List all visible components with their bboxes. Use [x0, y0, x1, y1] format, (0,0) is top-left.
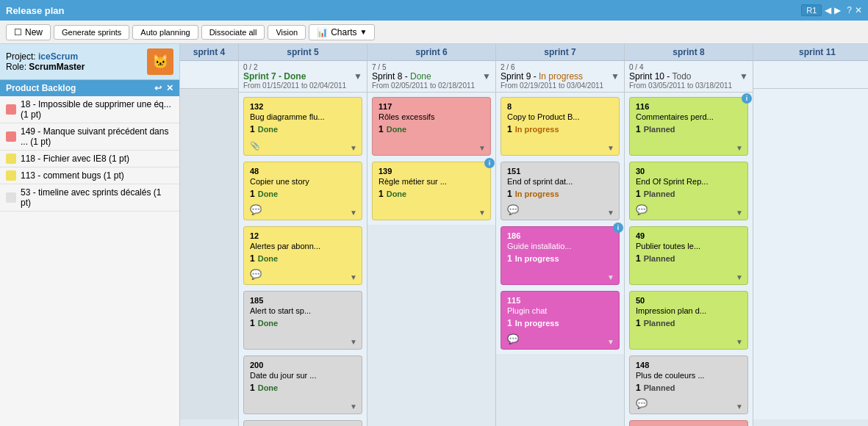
role-label: Role: ScrumMaster — [6, 62, 85, 72]
sprint-8-subheader: 0 / 4 Sprint 10 - Todo From 03/05/2011 t… — [625, 61, 753, 93]
backlog-item[interactable]: 113 - comment bugs (1 pt) — [0, 167, 179, 184]
backlog-header-icons: ↩ ✕ — [154, 83, 173, 93]
story-card-200[interactable]: 200 Date du jour sur ... 1 Done ▼ — [243, 355, 362, 414]
card-chevron[interactable]: ▼ — [478, 144, 486, 152]
card-chevron[interactable]: ▼ — [350, 273, 357, 281]
sprint-5-chevron[interactable]: ▼ — [354, 71, 362, 82]
sprint-5-header: sprint 5 — [239, 44, 367, 61]
sprint-6-subheader: 7 / 5 Sprint 8 - Done From 02/05/2011 to… — [367, 61, 495, 93]
nav-prev-icon[interactable]: ◀ — [825, 5, 831, 15]
backlog-item[interactable]: 118 - Fichier avec IE8 (1 pt) — [0, 151, 179, 167]
backlog-close-icon[interactable]: ✕ — [166, 83, 173, 93]
backlog-item[interactable]: 18 - Impossible de supprimer une éq... (… — [0, 96, 179, 123]
charts-button[interactable]: 📊 Charts ▼ — [309, 24, 375, 40]
help-icon[interactable]: ? — [847, 5, 852, 15]
chart-icon: 📊 — [317, 27, 328, 37]
story-card-132[interactable]: 132 Bug diagramme flu... 1 Done 📎 ▼ — [243, 97, 362, 156]
sprint-7-header: sprint 7 — [496, 44, 624, 61]
sprint-5-name: Sprint 7 - Done — [243, 71, 346, 82]
card-chevron[interactable]: ▼ — [607, 338, 614, 346]
card-chevron[interactable]: ▼ — [736, 338, 743, 346]
sprint-5-content: 132 Bug diagramme flu... 1 Done 📎 ▼ 48 C… — [239, 93, 367, 426]
generate-sprints-button[interactable]: Generate sprints — [54, 25, 129, 40]
sprint-4-subheader — [180, 61, 238, 89]
sprint-5-dates: From 01/15/2011 to 02/04/2011 — [243, 82, 346, 90]
sprint-6-content: 117 Rôles excessifs 1 Done ▼ i 139 Règle… — [367, 93, 495, 225]
project-label: Project: iceScrum — [6, 51, 85, 62]
card-chevron[interactable]: ▼ — [350, 209, 357, 217]
new-button[interactable]: ☐ New — [6, 24, 51, 40]
card-chevron[interactable]: ▼ — [350, 338, 357, 346]
toolbar: ☐ New Generate sprints Auto planning Dis… — [0, 21, 868, 44]
sprint-11-subheader — [753, 61, 868, 89]
sprint-8-chevron[interactable]: ▼ — [739, 71, 748, 82]
sprint-col-8: sprint 8 0 / 4 Sprint 10 - Todo From 03/… — [625, 44, 753, 426]
story-card-148[interactable]: 148 Plus de couleurs ... 1 Planned 💬 ▼ — [629, 355, 748, 414]
sprint-6-chevron[interactable]: ▼ — [482, 71, 491, 82]
story-card-48[interactable]: 48 Copier une story 1 Done 💬 ▼ — [243, 162, 362, 220]
top-bar-right: R1 ◀ ▶ ? ✕ — [801, 4, 862, 16]
avatar: 🐱 — [147, 48, 173, 75]
story-card-8[interactable]: 8 Copy to Product B... 1 In progress ▼ — [501, 97, 620, 156]
story-card-185[interactable]: 185 Alert to start sp... 1 Done ▼ — [243, 291, 362, 350]
card-chevron[interactable]: ▼ — [607, 144, 614, 152]
sprint-7-name: Sprint 9 - In progress — [501, 71, 603, 82]
story-card-115[interactable]: 115 Plugin chat 1 In progress 💬 ▼ — [501, 291, 620, 350]
sprint-col-4: sprint 4 — [180, 44, 239, 426]
card-chevron[interactable]: ▼ — [736, 402, 743, 411]
sprint-11-header: sprint 11 — [753, 44, 868, 61]
new-icon: ☐ — [14, 27, 22, 37]
sprint-col-11: sprint 11 — [753, 44, 868, 426]
story-card-186[interactable]: i 186 Guide installatio... 1 In progress… — [501, 226, 620, 285]
backlog-item[interactable]: 53 - timeline avec sprints décalés (1 pt… — [0, 184, 179, 212]
nav-next-icon[interactable]: ▶ — [834, 5, 841, 15]
sprint-6-dates: From 02/05/2011 to 02/18/2011 — [372, 82, 475, 90]
story-card-49[interactable]: 49 Publier toutes le... 1 Planned ▼ — [629, 226, 748, 285]
color-indicator — [6, 154, 16, 164]
comment-icon: 💬 — [250, 269, 262, 280]
story-card-116[interactable]: i 116 Commentaires perd... 1 Planned ▼ — [629, 97, 748, 156]
project-name: iceScrum — [38, 51, 78, 62]
backlog-item[interactable]: 149 - Manque suivant précédent dans ... … — [0, 123, 179, 151]
dissociate-all-button[interactable]: Dissociate all — [201, 25, 265, 40]
sprint-4-header: sprint 4 — [180, 44, 238, 61]
card-chevron[interactable]: ▼ — [607, 273, 614, 281]
top-bar: Release plan R1 ◀ ▶ ? ✕ — [0, 0, 868, 21]
attach-icon: 📎 — [250, 141, 260, 151]
story-card-50[interactable]: 50 Impression plan d... 1 Planned ▼ — [629, 291, 748, 350]
sprint-6-name: Sprint 8 - Done — [372, 71, 475, 82]
card-chevron[interactable]: ▼ — [736, 209, 743, 217]
close-icon[interactable]: ✕ — [855, 5, 862, 15]
backlog-list: 18 - Impossible de supprimer une éq... (… — [0, 96, 179, 212]
story-card-139[interactable]: i 139 Règle métier sur ... 1 Done ▼ — [372, 162, 491, 220]
sprint-area: sprint 4 sprint 5 0 / 2 Sprint 7 - Done … — [180, 44, 868, 426]
story-card-30[interactable]: 30 End Of Sprint Rep... 1 Planned 💬 ▼ — [629, 162, 748, 220]
sprint-col-7: sprint 7 2 / 6 Sprint 9 - In progress Fr… — [496, 44, 625, 426]
card-chevron[interactable]: ▼ — [350, 402, 357, 411]
sprint-7-content: 8 Copy to Product B... 1 In progress ▼ 1… — [496, 93, 624, 354]
card-chevron[interactable]: ▼ — [607, 209, 614, 217]
color-indicator — [6, 104, 16, 115]
card-chevron[interactable]: ▼ — [736, 273, 743, 281]
backlog-arrow-icon[interactable]: ↩ — [154, 83, 162, 93]
story-card-117[interactable]: 117 Rôles excessifs 1 Done ▼ — [372, 97, 491, 156]
story-card-151[interactable]: 151 End of sprint dat... 1 In progress 💬… — [501, 162, 620, 220]
project-info: Project: iceScrum Role: ScrumMaster 🐱 — [0, 44, 179, 80]
color-indicator — [6, 192, 16, 203]
sprint-7-chevron[interactable]: ▼ — [611, 71, 620, 82]
sidebar: Project: iceScrum Role: ScrumMaster 🐱 Pr… — [0, 44, 180, 426]
story-card-138[interactable]: 138 Simplifié le chan... ▼ — [629, 420, 748, 426]
vision-button[interactable]: Vision — [268, 25, 306, 40]
card-chevron[interactable]: ▼ — [736, 144, 743, 152]
story-card-52[interactable]: 52 timeline pas cent... ▼ — [243, 420, 362, 426]
sprint-6-header: sprint 6 — [367, 44, 495, 61]
comment-icon: 💬 — [250, 204, 262, 215]
comment-icon: 💬 — [636, 398, 648, 409]
story-card-12[interactable]: 12 Alertes par abonn... 1 Done 💬 ▼ — [243, 226, 362, 285]
card-chevron[interactable]: ▼ — [478, 209, 486, 217]
sprint-4-content — [180, 89, 238, 419]
r1-button[interactable]: R1 — [801, 4, 822, 16]
sprint-8-name: Sprint 10 - Todo — [629, 71, 732, 82]
auto-planning-button[interactable]: Auto planning — [132, 25, 198, 40]
card-chevron[interactable]: ▼ — [350, 144, 357, 152]
